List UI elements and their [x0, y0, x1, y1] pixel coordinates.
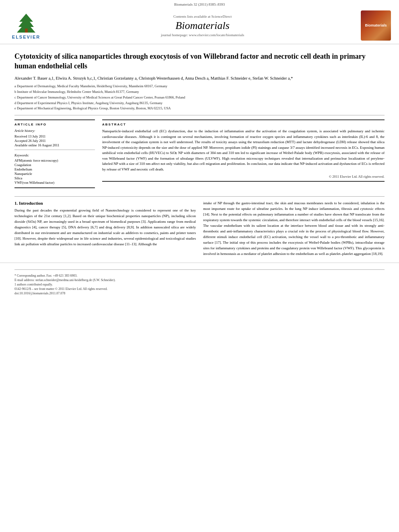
divider-2	[14, 196, 385, 197]
intro-paragraph-2: intake of NP through the gastro-intestin…	[203, 201, 385, 257]
received-date: Received 13 July 2011	[14, 134, 95, 138]
keywords-divider	[14, 150, 95, 150]
journal-homepage: journal homepage: www.elsevier.com/locat…	[44, 33, 361, 37]
affiliation-c: c Department of Cancer Immunology, Unive…	[14, 95, 385, 100]
journal-header: Biomaterials 32 (2011) 8385–8393 ELSEVIE…	[0, 0, 399, 44]
intro-paragraph-1: During the past decades the exponential …	[14, 208, 196, 247]
history-label: Article history:	[14, 129, 95, 133]
introduction-section: 1. Introduction During the past decades …	[14, 201, 385, 259]
article-info-title: ARTICLE INFO	[14, 123, 95, 126]
journal-ref: Biomaterials 32 (2011) 8385–8393	[8, 2, 391, 6]
article-title: Cytotoxicity of silica nanoparticles thr…	[14, 51, 385, 71]
keyword-3: Nanoparticle	[14, 172, 95, 176]
abstract-title: ABSTRACT	[102, 123, 385, 126]
elsevier-logo: ELSEVIER	[8, 12, 44, 39]
intro-col-left: 1. Introduction During the past decades …	[14, 201, 196, 259]
corresponding-author-note: * Corresponding author. Fax: +49 621 383…	[14, 274, 385, 277]
header-center: Contents lists available at ScienceDirec…	[44, 14, 361, 37]
intro-text-col2: intake of NP through the gastro-intestin…	[203, 201, 385, 257]
info-abstract-columns: ARTICLE INFO Article history: Received 1…	[14, 119, 385, 192]
section-number: 1.	[14, 201, 18, 205]
intro-text-col1: During the past decades the exponential …	[14, 208, 196, 247]
divider-1	[14, 115, 385, 115]
abstract-text: Nanoparticle-induced endothelial cell (E…	[102, 129, 385, 172]
elsevier-label: ELSEVIER	[12, 35, 40, 39]
keyword-0: AFM(atomic force microscopy)	[14, 158, 95, 162]
intro-heading: 1. Introduction	[14, 201, 196, 205]
elsevier-tree-icon	[15, 12, 37, 34]
main-content: Cytotoxicity of silica nanoparticles thr…	[0, 44, 399, 263]
footer-divider	[14, 269, 385, 270]
svg-rect-2	[25, 29, 28, 33]
contents-text: Contents lists available at ScienceDirec…	[173, 14, 232, 18]
affiliation-e: e Department of Mechanical Engineering, …	[14, 106, 385, 111]
keywords-label: Keywords:	[14, 153, 95, 157]
keyword-5: VWF(von Willebrand factor)	[14, 181, 95, 185]
intro-col-right: intake of NP through the gastro-intestin…	[203, 201, 385, 259]
available-date: Available online 16 August 2011	[14, 143, 95, 147]
keyword-4: Silica	[14, 176, 95, 180]
affiliation-b: b Institute of Molecular Immunology, Hel…	[14, 89, 385, 94]
authors: Alexander T. Bauer a,1, Elwira A. Strozy…	[14, 75, 385, 82]
abstract-box: ABSTRACT Nanoparticle-induced endothelia…	[102, 119, 385, 182]
article-info-column: ARTICLE INFO Article history: Received 1…	[14, 119, 95, 192]
keywords-section: Keywords: AFM(atomic force microscopy) C…	[14, 153, 95, 185]
copyright-line: © 2011 Elsevier Ltd. All rights reserved…	[102, 175, 385, 179]
article-info-box: ARTICLE INFO Article history: Received 1…	[14, 119, 95, 188]
affiliation-d: d Department of Experimental Physics I, …	[14, 101, 385, 106]
equal-contribution-note: 1 authors contributed equally.	[14, 283, 385, 286]
page: Biomaterials 32 (2011) 8385–8393 ELSEVIE…	[0, 0, 399, 532]
sciencedirect-line: Contents lists available at ScienceDirec…	[44, 14, 361, 18]
badge-text: Biomaterials	[365, 23, 387, 28]
abstract-column: ABSTRACT Nanoparticle-induced endothelia…	[102, 119, 385, 192]
keyword-2: Endothelium	[14, 167, 95, 171]
doi-note: doi:10.1016/j.biomaterials.2011.07.078	[14, 292, 385, 295]
email-note: E-mail address: stefan.schneider@medma.u…	[14, 278, 385, 282]
affiliation-a: a Department of Dermatology, Medical Fac…	[14, 84, 385, 89]
footer: * Corresponding author. Fax: +49 621 383…	[0, 263, 399, 298]
keyword-1: Coagulation	[14, 163, 95, 167]
affiliations: a Department of Dermatology, Medical Fac…	[14, 84, 385, 111]
authors-text: Alexander T. Bauer a,1, Elwira A. Strozy…	[14, 76, 293, 80]
header-inner: ELSEVIER Contents lists available at Sci…	[8, 8, 391, 42]
section-title: Introduction	[19, 201, 43, 205]
issn-note: 0142-9612/$ – see front matter © 2011 El…	[14, 287, 385, 291]
biomaterials-badge: Biomaterials	[361, 10, 391, 41]
accepted-date: Accepted 26 July 2011	[14, 139, 95, 143]
journal-title: Biomaterials	[44, 20, 361, 32]
